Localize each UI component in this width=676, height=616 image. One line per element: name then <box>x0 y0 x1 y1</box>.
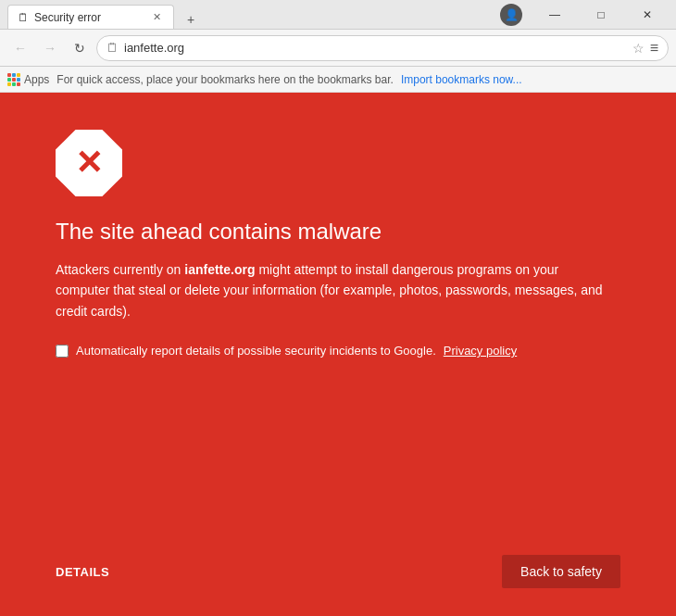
error-page: ✕ The site ahead contains malware Attack… <box>0 93 676 616</box>
error-x-mark: ✕ <box>75 146 103 180</box>
close-button[interactable]: ✕ <box>626 0 669 30</box>
new-tab-button[interactable]: + <box>178 10 204 29</box>
titlebar: 🗒 Security error ✕ + 👤 — □ ✕ <box>0 0 676 30</box>
error-heading: The site ahead contains malware <box>56 219 620 245</box>
back-to-safety-button[interactable]: Back to safety <box>502 555 620 588</box>
page-icon: 🗒 <box>106 41 119 55</box>
bookmarks-hint-text: For quick access, place your bookmarks h… <box>56 73 394 86</box>
forward-button[interactable]: → <box>37 35 63 61</box>
user-avatar[interactable]: 👤 <box>500 4 522 26</box>
bookmarks-bar: Apps For quick access, place your bookma… <box>0 67 676 93</box>
error-icon-container: ✕ <box>56 130 620 196</box>
details-link[interactable]: DETAILS <box>56 565 109 579</box>
report-checkbox-container: Automatically report details of possible… <box>56 344 620 358</box>
reload-icon: ↻ <box>74 41 85 56</box>
window-controls: 👤 — □ ✕ <box>500 0 669 30</box>
description-prefix: Attackers currently on <box>56 262 184 277</box>
address-bar[interactable]: 🗒 ianfette.org ☆ ≡ <box>96 35 669 61</box>
error-site-name: ianfette.org <box>184 262 255 277</box>
tab-close-button[interactable]: ✕ <box>149 10 164 25</box>
privacy-policy-link[interactable]: Privacy policy <box>444 344 517 358</box>
maximize-button[interactable]: □ <box>580 0 622 30</box>
tab-favicon: 🗒 <box>18 11 29 24</box>
checkbox-label: Automatically report details of possible… <box>76 344 436 358</box>
apps-grid-icon <box>7 73 20 86</box>
back-button[interactable]: ← <box>7 35 33 61</box>
bottom-actions: DETAILS Back to safety <box>56 555 620 588</box>
error-shield-icon: ✕ <box>56 130 122 196</box>
apps-label: Apps <box>24 73 49 86</box>
error-description: Attackers currently on ianfette.org migh… <box>56 259 611 321</box>
report-checkbox[interactable] <box>56 345 69 358</box>
back-icon: ← <box>14 41 27 56</box>
reload-button[interactable]: ↻ <box>67 35 93 61</box>
address-url: ianfette.org <box>124 41 627 55</box>
apps-button[interactable]: Apps <box>7 73 49 86</box>
tab-strip: 🗒 Security error ✕ + <box>7 0 500 29</box>
address-menu-icon[interactable]: ≡ <box>650 40 658 57</box>
forward-icon: → <box>44 41 56 56</box>
minimize-button[interactable]: — <box>533 0 576 30</box>
import-bookmarks-link[interactable]: Import bookmarks now... <box>401 73 522 86</box>
tab-title: Security error <box>34 11 144 24</box>
active-tab[interactable]: 🗒 Security error ✕ <box>7 5 174 29</box>
bookmark-star-icon[interactable]: ☆ <box>632 41 645 56</box>
navbar: ← → ↻ 🗒 ianfette.org ☆ ≡ <box>0 30 676 67</box>
